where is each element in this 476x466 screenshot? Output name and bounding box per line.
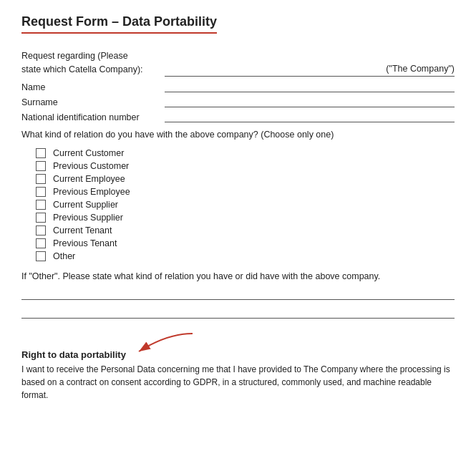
surname-input[interactable] [165,96,455,107]
checkbox-icon-current-customer[interactable] [36,148,46,158]
checkbox-list: Current Customer Previous Customer Curre… [36,148,455,261]
checkbox-icon-current-supplier[interactable] [36,200,46,210]
checkbox-current-supplier[interactable]: Current Supplier [36,200,455,210]
name-input[interactable] [165,81,455,92]
checkbox-icon-previous-employee[interactable] [36,187,46,197]
checkbox-label-previous-supplier: Previous Supplier [53,213,123,223]
checkbox-current-tenant[interactable]: Current Tenant [36,225,455,236]
checkbox-icon-previous-customer[interactable] [36,161,46,171]
checkbox-label-previous-employee: Previous Employee [53,187,130,197]
checkbox-label-current-customer: Current Customer [53,148,124,158]
checkbox-other[interactable]: Other [36,251,455,261]
company-right-label: ("The Company") [386,64,455,74]
relation-question: What kind of relation do you have with t… [21,130,455,140]
checkbox-label-previous-tenant: Previous Tenant [53,238,117,248]
company-label: Request regarding (Please state which Ca… [21,49,165,77]
checkbox-previous-supplier[interactable]: Previous Supplier [36,213,455,223]
checkbox-previous-customer[interactable]: Previous Customer [36,161,455,171]
checkbox-previous-tenant[interactable]: Previous Tenant [36,238,455,248]
national-id-label: National identification number [21,112,165,122]
portability-text: I want to receive the Personal Data conc… [21,363,455,402]
checkbox-label-previous-customer: Previous Customer [53,161,129,171]
name-label: Name [21,82,165,92]
arrow-icon [132,330,196,359]
checkbox-previous-employee[interactable]: Previous Employee [36,187,455,197]
other-instruction: If "Other". Please state what kind of re… [21,271,455,281]
page-title: Request Form – Data Portability [21,14,217,34]
checkbox-icon-current-tenant[interactable] [36,225,46,236]
checkbox-label-current-tenant: Current Tenant [53,225,112,236]
checkbox-icon-previous-supplier[interactable] [36,213,46,223]
checkbox-icon-other[interactable] [36,251,46,261]
national-id-input[interactable] [165,111,455,122]
other-input-line-2[interactable] [21,306,455,319]
checkbox-label-current-employee: Current Employee [53,174,125,184]
checkbox-icon-previous-tenant[interactable] [36,238,46,248]
checkbox-current-customer[interactable]: Current Customer [36,148,455,158]
checkbox-current-employee[interactable]: Current Employee [36,174,455,184]
portability-title: Right to data portability [21,349,126,360]
other-input-line-1[interactable] [21,287,455,300]
checkbox-label-current-supplier: Current Supplier [53,200,118,210]
checkbox-label-other: Other [53,251,75,261]
surname-label: Surname [21,97,165,107]
checkbox-icon-current-employee[interactable] [36,174,46,184]
